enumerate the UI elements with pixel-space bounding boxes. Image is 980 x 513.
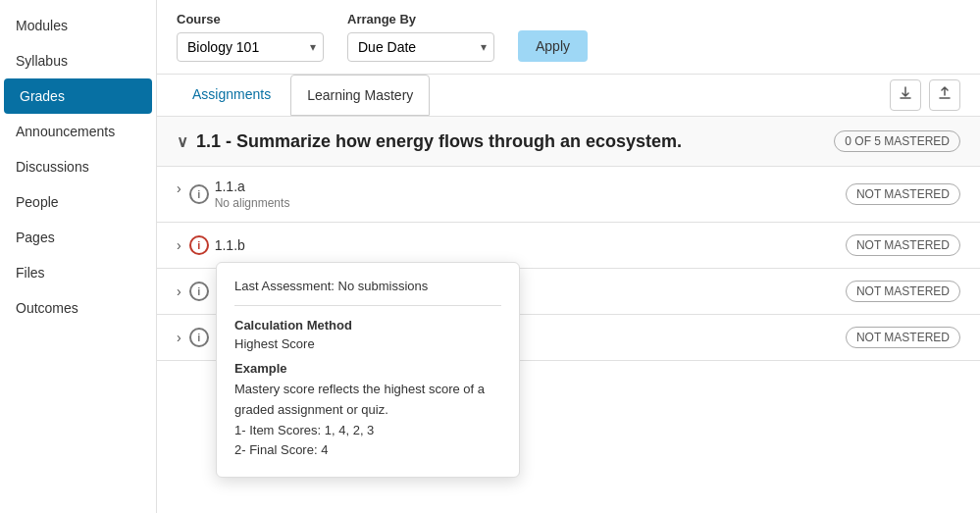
course-select[interactable]: Biology 101	[177, 32, 324, 62]
upload-icon	[938, 86, 952, 104]
not-mastered-badge-1-1-a: NOT MASTERED	[846, 183, 960, 205]
outcome-info-1-1-a: i 1.1.a No alignments	[189, 179, 290, 210]
sidebar-item-grades[interactable]: Grades	[4, 78, 152, 114]
tooltip-last-assessment: Last Assessment: No submissions	[234, 279, 501, 293]
content-area: ∨ 1.1 - Summarize how energy flows throu…	[157, 117, 980, 513]
course-select-wrapper: Biology 101 ▾	[177, 32, 324, 62]
sidebar-item-modules[interactable]: Modules	[0, 8, 156, 43]
sidebar-label-discussions: Discussions	[16, 159, 89, 175]
outcome-name-1-1-a: 1.1.a	[215, 179, 290, 194]
tooltip-last-assessment-label: Last Assessment:	[234, 279, 335, 293]
sidebar-label-files: Files	[16, 265, 45, 281]
tooltip-popup: Last Assessment: No submissions Calculat…	[216, 262, 520, 478]
section-title-text: 1.1 - Summarize how energy flows through…	[196, 131, 682, 152]
top-bar: Course Biology 101 ▾ Arrange By Due Date…	[157, 0, 980, 75]
tabs-actions	[890, 79, 960, 111]
tab-learning-mastery-label: Learning Mastery	[307, 87, 413, 103]
sidebar-item-people[interactable]: People	[0, 184, 156, 220]
apply-button[interactable]: Apply	[518, 30, 588, 62]
tooltip-example-text: Mastery score reflects the highest score…	[234, 380, 501, 461]
outcome-expand-icon-1-1-a[interactable]: ›	[177, 180, 181, 196]
section-header: ∨ 1.1 - Summarize how energy flows throu…	[157, 117, 980, 167]
info-icon-1-1-b[interactable]: i	[189, 235, 209, 255]
arrange-select-wrapper: Due Date ▾	[347, 32, 494, 62]
tab-assignments-label: Assignments	[192, 86, 271, 102]
not-mastered-badge-1-1-b: NOT MASTERED	[846, 234, 960, 256]
sidebar-label-outcomes: Outcomes	[16, 300, 78, 316]
info-icon-1-1-a[interactable]: i	[189, 184, 209, 204]
arrange-select[interactable]: Due Date	[347, 32, 494, 62]
outcome-left-1-1-b: › i 1.1.b	[177, 235, 245, 255]
tab-learning-mastery[interactable]: Learning Mastery	[290, 75, 430, 116]
sidebar-item-files[interactable]: Files	[0, 255, 156, 290]
download-icon	[899, 86, 912, 104]
sidebar-label-syllabus: Syllabus	[16, 53, 68, 69]
outcome-name-block-1-1-b: 1.1.b	[215, 237, 245, 253]
sidebar-item-announcements[interactable]: Announcements	[0, 114, 156, 149]
course-field-group: Course Biology 101 ▾	[177, 12, 324, 62]
sidebar: Modules Syllabus Grades Announcements Di…	[0, 0, 157, 513]
section-title: ∨ 1.1 - Summarize how energy flows throu…	[177, 131, 682, 152]
info-icon-1-1-d[interactable]: i	[189, 328, 209, 347]
tooltip-divider	[234, 305, 501, 306]
tooltip-calc-method-value: Highest Score	[234, 336, 501, 351]
sidebar-label-pages: Pages	[16, 230, 55, 245]
course-label: Course	[177, 12, 324, 26]
outcome-info-1-1-b: i 1.1.b	[189, 235, 245, 255]
outcome-row-1-1-a: › i 1.1.a No alignments NOT MASTERED	[157, 167, 980, 223]
sidebar-item-syllabus[interactable]: Syllabus	[0, 43, 156, 78]
outcome-expand-icon-1-1-c[interactable]: ›	[177, 283, 181, 299]
arrange-label: Arrange By	[347, 12, 494, 26]
tooltip-last-assessment-value: No submissions	[338, 279, 429, 293]
sidebar-label-people: People	[16, 194, 59, 210]
outcome-name-1-1-b: 1.1.b	[215, 237, 245, 253]
main-content: Course Biology 101 ▾ Arrange By Due Date…	[157, 0, 980, 513]
sidebar-label-grades: Grades	[20, 88, 65, 104]
upload-button[interactable]	[929, 79, 960, 111]
not-mastered-badge-1-1-d: NOT MASTERED	[846, 327, 960, 348]
outcome-left-1-1-d: › i	[177, 328, 209, 347]
outcome-name-block-1-1-a: 1.1.a No alignments	[215, 179, 290, 210]
outcome-left-1-1-c: › i	[177, 282, 209, 301]
sidebar-label-announcements: Announcements	[16, 124, 115, 139]
arrange-field-group: Arrange By Due Date ▾	[347, 12, 494, 62]
section-collapse-icon[interactable]: ∨	[177, 132, 188, 151]
outcome-info-1-1-d: i	[189, 328, 209, 347]
tooltip-example-label: Example	[234, 361, 501, 376]
sidebar-item-discussions[interactable]: Discussions	[0, 149, 156, 184]
sidebar-label-modules: Modules	[16, 18, 68, 33]
sidebar-item-pages[interactable]: Pages	[0, 220, 156, 255]
tabs-bar: Assignments Learning Mastery	[157, 75, 980, 117]
not-mastered-badge-1-1-c: NOT MASTERED	[846, 281, 960, 302]
sidebar-item-outcomes[interactable]: Outcomes	[0, 290, 156, 326]
outcome-expand-icon-1-1-d[interactable]: ›	[177, 330, 181, 345]
download-button[interactable]	[890, 79, 921, 111]
info-icon-1-1-c[interactable]: i	[189, 282, 209, 301]
tab-assignments[interactable]: Assignments	[177, 75, 286, 116]
outcome-row-1-1-b: › i 1.1.b NOT MASTERED Last Assessment: …	[157, 223, 980, 269]
outcome-info-1-1-c: i	[189, 282, 209, 301]
outcome-left-1-1-a: › i 1.1.a No alignments	[177, 179, 289, 210]
mastered-badge: 0 OF 5 MASTERED	[834, 130, 960, 152]
tooltip-calc-method-label: Calculation Method	[234, 318, 501, 333]
outcome-sub-1-1-a: No alignments	[215, 196, 290, 210]
outcome-expand-icon-1-1-b[interactable]: ›	[177, 237, 181, 253]
